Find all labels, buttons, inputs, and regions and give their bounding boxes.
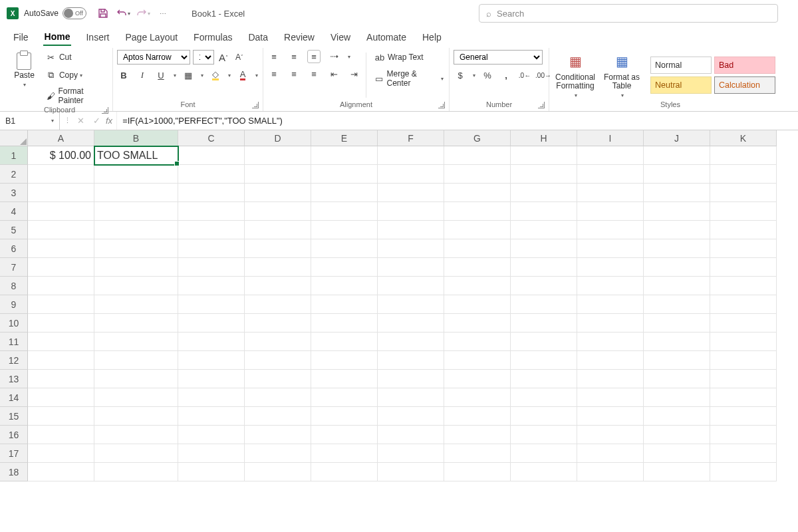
align-middle-icon[interactable]: ≡: [287, 50, 301, 63]
cell-I8[interactable]: [577, 277, 644, 295]
row-header-5[interactable]: 5: [0, 221, 28, 239]
cell-D1[interactable]: [245, 146, 311, 165]
cell-K3[interactable]: [710, 184, 777, 202]
accounting-format-button[interactable]: $: [454, 68, 467, 82]
cell-C4[interactable]: [178, 202, 245, 221]
cell-J5[interactable]: [644, 221, 710, 239]
cell-E7[interactable]: [311, 258, 378, 277]
decrease-font-icon[interactable]: A˅: [233, 51, 246, 64]
cell-C14[interactable]: [178, 388, 245, 407]
increase-decimal-icon[interactable]: .0←: [518, 68, 531, 82]
cell-C9[interactable]: [178, 295, 245, 314]
cell-style-normal[interactable]: Normal: [650, 57, 712, 74]
cell-E17[interactable]: [311, 444, 378, 463]
cell-G9[interactable]: [444, 295, 511, 314]
tab-page-layout[interactable]: Page Layout: [124, 29, 179, 45]
save-icon[interactable]: [96, 6, 110, 21]
cell-D8[interactable]: [245, 277, 311, 295]
cell-A5[interactable]: [28, 221, 94, 239]
align-top-icon[interactable]: ≡: [267, 50, 281, 63]
cell-C13[interactable]: [178, 370, 245, 388]
cell-D4[interactable]: [245, 202, 311, 221]
row-header-2[interactable]: 2: [0, 165, 28, 184]
fill-color-button[interactable]: ◇: [209, 68, 222, 82]
cell-G6[interactable]: [444, 239, 511, 258]
cell-H2[interactable]: [511, 165, 577, 184]
tab-home[interactable]: Home: [43, 29, 72, 46]
cell-D18[interactable]: [245, 463, 311, 481]
cell-H15[interactable]: [511, 407, 577, 426]
decrease-decimal-icon[interactable]: .00→: [537, 68, 550, 82]
redo-button[interactable]: ▾: [136, 6, 150, 21]
tab-formulas[interactable]: Formulas: [192, 29, 233, 45]
cell-B4[interactable]: [94, 202, 178, 221]
cell-F15[interactable]: [378, 407, 444, 426]
cell-G11[interactable]: [444, 332, 511, 351]
cell-H11[interactable]: [511, 332, 577, 351]
cell-K2[interactable]: [710, 165, 777, 184]
copy-button[interactable]: ⧉Copy▾: [43, 68, 108, 82]
cell-H12[interactable]: [511, 351, 577, 370]
cell-B18[interactable]: [94, 463, 178, 481]
fx-icon[interactable]: fx: [106, 116, 112, 126]
row-header-7[interactable]: 7: [0, 258, 28, 277]
cell-E5[interactable]: [311, 221, 378, 239]
cell-D10[interactable]: [245, 314, 311, 332]
cell-H9[interactable]: [511, 295, 577, 314]
cell-A7[interactable]: [28, 258, 94, 277]
cell-H18[interactable]: [511, 463, 577, 481]
cell-I10[interactable]: [577, 314, 644, 332]
cell-E8[interactable]: [311, 277, 378, 295]
cell-A16[interactable]: [28, 426, 94, 444]
cell-C8[interactable]: [178, 277, 245, 295]
cell-E13[interactable]: [311, 370, 378, 388]
cell-D12[interactable]: [245, 351, 311, 370]
cell-B15[interactable]: [94, 407, 178, 426]
cell-B2[interactable]: [94, 165, 178, 184]
cell-style-calculation[interactable]: Calculation: [714, 76, 775, 94]
cell-G17[interactable]: [444, 444, 511, 463]
cell-I6[interactable]: [577, 239, 644, 258]
cancel-formula-icon[interactable]: ✕: [74, 114, 87, 128]
column-header-H[interactable]: H: [511, 130, 577, 146]
cell-J16[interactable]: [644, 426, 710, 444]
tab-file[interactable]: File: [12, 29, 30, 45]
cell-K1[interactable]: [710, 146, 777, 165]
percent-format-button[interactable]: %: [481, 68, 494, 82]
cell-A4[interactable]: [28, 202, 94, 221]
cell-G15[interactable]: [444, 407, 511, 426]
increase-font-icon[interactable]: A˄: [217, 51, 230, 64]
cell-D14[interactable]: [245, 388, 311, 407]
orientation-button[interactable]: ⭬: [327, 50, 340, 63]
undo-button[interactable]: ▾: [116, 6, 130, 21]
cell-E15[interactable]: [311, 407, 378, 426]
cell-style-neutral[interactable]: Neutral: [650, 76, 712, 94]
search-input[interactable]: ⌕ Search: [479, 4, 778, 23]
row-header-18[interactable]: 18: [0, 463, 28, 481]
cell-C12[interactable]: [178, 351, 245, 370]
cell-B11[interactable]: [94, 332, 178, 351]
cell-K11[interactable]: [710, 332, 777, 351]
cell-G3[interactable]: [444, 184, 511, 202]
row-header-14[interactable]: 14: [0, 388, 28, 407]
cell-F7[interactable]: [378, 258, 444, 277]
enter-formula-icon[interactable]: ✓: [90, 114, 103, 128]
column-header-E[interactable]: E: [311, 130, 378, 146]
cell-D13[interactable]: [245, 370, 311, 388]
cell-I7[interactable]: [577, 258, 644, 277]
cell-I2[interactable]: [577, 165, 644, 184]
cell-I16[interactable]: [577, 426, 644, 444]
autosave-toggle[interactable]: Off: [63, 7, 86, 19]
cell-K18[interactable]: [710, 463, 777, 481]
align-left-icon[interactable]: ≡: [267, 67, 281, 80]
cell-D9[interactable]: [245, 295, 311, 314]
cell-B14[interactable]: [94, 388, 178, 407]
cell-G14[interactable]: [444, 388, 511, 407]
row-header-8[interactable]: 8: [0, 277, 28, 295]
cell-D3[interactable]: [245, 184, 311, 202]
underline-button[interactable]: U: [154, 68, 168, 82]
cell-F2[interactable]: [378, 165, 444, 184]
cell-H14[interactable]: [511, 388, 577, 407]
align-bottom-icon[interactable]: ≡: [307, 50, 321, 63]
cell-J14[interactable]: [644, 388, 710, 407]
